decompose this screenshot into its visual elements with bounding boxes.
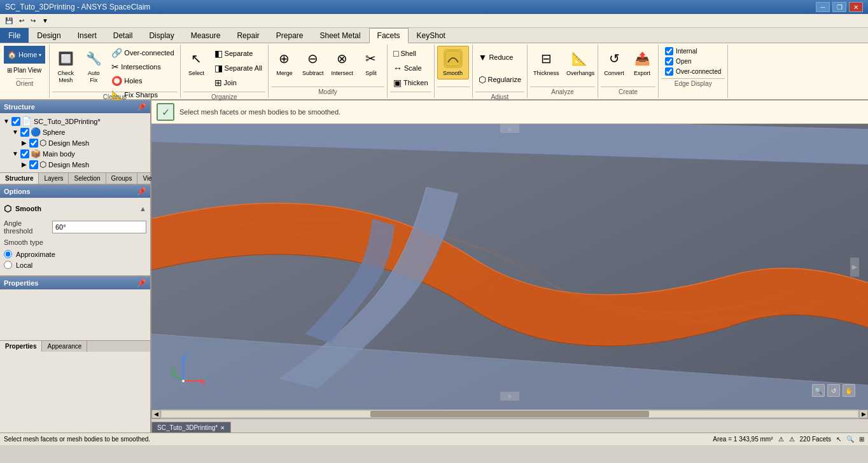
smooth-section-collapse[interactable]: ▲ xyxy=(139,205,146,212)
merge-button[interactable]: ⊕ Merge xyxy=(271,46,298,79)
separate-all-button[interactable]: ◨ Separate All xyxy=(211,61,265,75)
convert-icon: ↺ xyxy=(604,48,624,69)
overhangs-label: Overhangs xyxy=(566,70,592,77)
structure-panel-pin[interactable]: 📌 xyxy=(137,102,146,111)
home-button[interactable]: 🏠Home▾ xyxy=(4,46,45,64)
approximate-radio[interactable] xyxy=(4,250,12,258)
intersections-label: Intersections xyxy=(121,63,160,71)
maximize-button[interactable]: ❐ xyxy=(832,2,846,12)
tab-appearance[interactable]: Appearance xyxy=(42,341,87,352)
tree-toggle-dm1[interactable]: ▶ xyxy=(20,139,28,146)
viewport-scroll-down[interactable]: ▼ xyxy=(500,392,519,401)
tree-checkbox-dm1[interactable] xyxy=(29,139,38,148)
qa-dropdown-button[interactable]: ▼ xyxy=(39,16,51,25)
tree-item-main-body[interactable]: ▼ 📦 Main body xyxy=(3,148,148,159)
approximate-radio-row[interactable]: Approximate xyxy=(4,250,146,258)
tab-repair[interactable]: Repair xyxy=(228,28,267,43)
intersections-button[interactable]: ✂ Intersections xyxy=(108,60,177,74)
viewport-tab-active[interactable]: SC_Tuto_3DPrinting* ✕ xyxy=(151,422,231,432)
local-radio-row[interactable]: Local xyxy=(4,261,146,269)
tab-layers[interactable]: Layers xyxy=(39,173,69,184)
tab-file[interactable]: File xyxy=(0,28,29,43)
viewport-scroll-right[interactable]: ▶ xyxy=(850,258,859,277)
separate-button[interactable]: ◧ Separate xyxy=(211,46,265,60)
local-radio[interactable] xyxy=(4,261,12,269)
thickness-button[interactable]: ⊟ Thickness xyxy=(530,46,562,79)
scale-button[interactable]: ↔ Scale xyxy=(390,61,431,75)
tab-facets[interactable]: Facets xyxy=(369,28,409,43)
export-button[interactable]: 📤 Export xyxy=(629,46,655,79)
intersect-label: Intersect xyxy=(331,70,353,77)
options-panel-pin[interactable]: 📌 xyxy=(137,187,146,196)
over-connected-checkbox[interactable] xyxy=(665,67,673,76)
open-checkbox[interactable] xyxy=(665,57,673,66)
sphere-label: Sphere xyxy=(43,128,65,136)
intersect-button[interactable]: ⊗ Intersect xyxy=(328,46,356,79)
tab-keyshot[interactable]: KeyShot xyxy=(409,28,454,43)
tab-structure[interactable]: Structure xyxy=(0,173,39,184)
tab-sheetmetal[interactable]: Sheet Metal xyxy=(312,28,369,43)
tree-checkbox-dm2[interactable] xyxy=(29,160,38,169)
select-button[interactable]: ↖ Select xyxy=(183,46,210,79)
redo-qa-button[interactable]: ↪ xyxy=(28,16,38,25)
edge-display-label: Edge Display xyxy=(661,78,725,88)
internal-checkbox[interactable] xyxy=(665,47,673,55)
tree-item-root[interactable]: ▼ 📄 SC_Tuto_3DPrinting* xyxy=(3,116,148,127)
tree-item-design-mesh-1[interactable]: ▶ ⬡ Design Mesh xyxy=(3,137,148,148)
canvas-3d[interactable]: Z X Y ▲ ▼ ▶ 🔍 ↺ xyxy=(151,124,868,410)
undo-qa-button[interactable]: ↩ xyxy=(17,16,27,25)
vp-rotate-button[interactable]: ↺ xyxy=(827,384,840,397)
tree-checkbox-main-body[interactable] xyxy=(20,149,29,158)
minimize-button[interactable]: ─ xyxy=(816,2,830,12)
tab-detail[interactable]: Detail xyxy=(105,28,141,43)
tree-checkbox-sphere[interactable] xyxy=(20,128,29,137)
close-button[interactable]: ✕ xyxy=(849,2,863,12)
tab-insert[interactable]: Insert xyxy=(69,28,105,43)
properties-panel-pin[interactable]: 📌 xyxy=(137,279,146,287)
vp-pan-button[interactable]: ✋ xyxy=(843,384,855,397)
auto-fix-button[interactable]: 🔧 AutoFix xyxy=(80,46,107,86)
open-checkbox-row[interactable]: Open xyxy=(665,57,721,66)
tab-selection[interactable]: Selection xyxy=(69,173,106,184)
tree-toggle-sphere[interactable]: ▼ xyxy=(11,128,19,135)
tab-measure[interactable]: Measure xyxy=(183,28,229,43)
convert-button[interactable]: ↺ Convert xyxy=(601,46,627,79)
join-button[interactable]: ⊞ Join xyxy=(211,76,265,90)
viewport-tab-close[interactable]: ✕ xyxy=(220,425,225,431)
organize-group: ↖ Select ◧ Separate ◨ Separate All ⊞ Joi… xyxy=(181,45,269,98)
vp-zoom-button[interactable]: 🔍 xyxy=(812,384,825,397)
plan-view-button[interactable]: ⊞Plan View xyxy=(4,65,45,76)
regularize-button[interactable]: ⬡ Regularize xyxy=(475,73,525,86)
viewport-scroll-up[interactable]: ▲ xyxy=(500,124,519,133)
shell-button[interactable]: □ Shell xyxy=(390,46,431,60)
tree-item-sphere[interactable]: ▼ 🔵 Sphere xyxy=(3,127,148,137)
tab-design[interactable]: Design xyxy=(29,28,69,43)
tab-properties[interactable]: Properties xyxy=(0,341,42,352)
scroll-track-h[interactable] xyxy=(162,411,858,417)
smooth-button[interactable]: Smooth xyxy=(437,46,469,79)
tree-toggle-root[interactable]: ▼ xyxy=(3,118,10,125)
overhangs-button[interactable]: 📐 Overhangs xyxy=(563,46,595,79)
tab-display[interactable]: Display xyxy=(141,28,182,43)
holes-button[interactable]: ⭕ Holes xyxy=(108,74,177,88)
tab-groups[interactable]: Groups xyxy=(106,173,138,184)
tree-toggle-main-body[interactable]: ▼ xyxy=(11,150,19,157)
thicken-button[interactable]: ▣ Thicken xyxy=(390,76,431,90)
split-button[interactable]: ✂ Split xyxy=(358,46,384,79)
over-connected-button[interactable]: 🔗 Over-connected xyxy=(108,46,177,60)
over-connected-checkbox-row[interactable]: Over-connected xyxy=(665,67,721,76)
tree-item-design-mesh-2[interactable]: ▶ ⬡ Design Mesh xyxy=(3,159,148,170)
tree-toggle-dm2[interactable]: ▶ xyxy=(20,161,28,168)
tab-prepare[interactable]: Prepare xyxy=(268,28,312,43)
check-mesh-button[interactable]: 🔲 CheckMesh xyxy=(52,46,79,86)
subtract-button[interactable]: ⊖ Subtract xyxy=(299,46,327,79)
scroll-left-arrow[interactable]: ◀ xyxy=(151,410,160,418)
save-qa-button[interactable]: 💾 xyxy=(3,16,15,25)
scroll-right-arrow[interactable]: ▶ xyxy=(859,410,868,418)
angle-threshold-input[interactable] xyxy=(52,221,146,233)
reduce-button[interactable]: ▼ Reduce xyxy=(475,50,525,64)
confirm-button[interactable]: ✓ xyxy=(157,103,174,121)
tree-checkbox-root[interactable] xyxy=(11,117,20,126)
scroll-thumb-h[interactable] xyxy=(370,411,649,417)
internal-checkbox-row[interactable]: Internal xyxy=(665,47,721,55)
